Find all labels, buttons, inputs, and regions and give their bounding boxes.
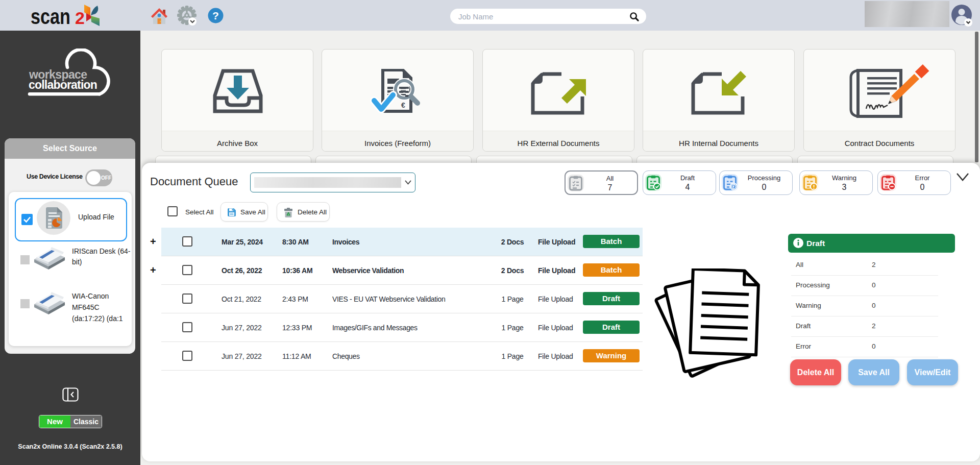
svg-text:collaboration: collaboration xyxy=(29,78,97,91)
svg-text:scan: scan xyxy=(31,4,70,29)
svg-text:2: 2 xyxy=(75,8,85,28)
svg-text:€: € xyxy=(401,101,405,109)
svg-text:?: ? xyxy=(212,10,219,21)
